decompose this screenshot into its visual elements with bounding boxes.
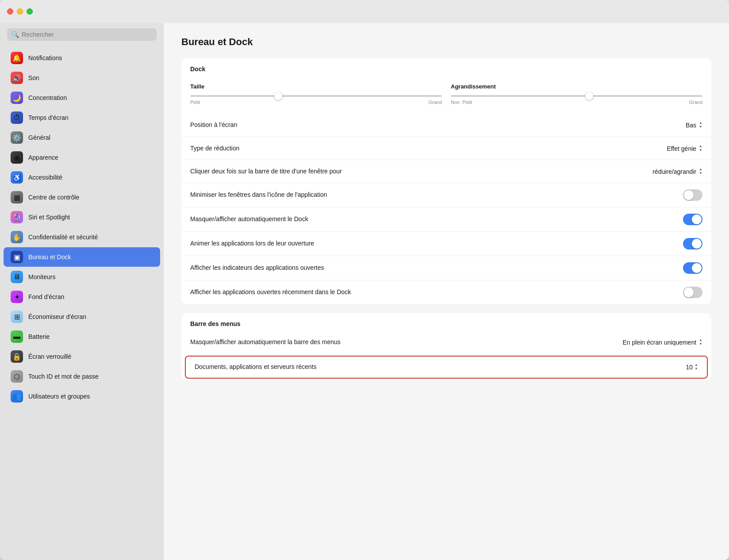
setting-label-masquer-barre: Masquer/afficher automatiquement la barr… — [190, 338, 623, 347]
setting-label-documents-recents: Documents, applications et serveurs réce… — [195, 363, 686, 372]
setting-row-animer-apps: Animer les applications lors de leur ouv… — [181, 231, 711, 256]
dropdown-masquer-barre[interactable]: En plein écran uniquement▲▼ — [623, 338, 702, 346]
temps-ecran-icon: ⏱ — [11, 111, 23, 124]
taille-thumb[interactable] — [274, 92, 282, 100]
son-icon: 🔊 — [11, 72, 23, 84]
touch-id-icon: ⬡ — [11, 370, 23, 383]
agrandissement-track[interactable] — [451, 95, 702, 97]
agrandissement-slider-labels: Non Petit Grand — [451, 100, 702, 105]
search-box[interactable]: 🔍 — [7, 28, 157, 41]
sidebar-item-label-notifications: Notifications — [28, 54, 62, 61]
sidebar-item-utilisateurs[interactable]: 👥Utilisateurs et groupes — [4, 387, 160, 406]
setting-label-minimiser-icone: Minimiser les fenêtres dans l'icône de l… — [190, 191, 683, 199]
sidebar-item-apparence[interactable]: ◉Apparence — [4, 148, 160, 167]
batterie-icon: ▬ — [11, 330, 23, 343]
toggle-knob-masquer-dock — [692, 215, 702, 224]
sidebar-item-bureau-dock[interactable]: ▣Bureau et Dock — [4, 247, 160, 267]
taille-group: Taille Petit Grand — [190, 83, 442, 105]
toggle-minimiser-icone[interactable] — [683, 189, 702, 201]
stepper-down-documents-recents[interactable]: ▼ — [694, 367, 698, 371]
sidebar-item-ecran-verrou[interactable]: 🔒Écran verrouillé — [4, 347, 160, 366]
sidebar-item-temps-ecran[interactable]: ⏱Temps d'écran — [4, 108, 160, 127]
toggle-knob-afficher-recents — [684, 288, 694, 297]
taille-min-label: Petit — [190, 100, 200, 105]
sidebar-item-moniteurs[interactable]: 🖥Moniteurs — [4, 267, 160, 287]
window: 🔍 🔔Notifications🔊Son🌙Concentration⏱Temps… — [0, 0, 729, 560]
dropdown-position[interactable]: Bas▲▼ — [686, 121, 702, 129]
sidebar-item-label-economiseur: Économiseur d'écran — [28, 313, 86, 320]
setting-row-type-reduction: Type de réductionEffet génie▲▼ — [181, 137, 711, 160]
toggle-afficher-indicateurs[interactable] — [683, 262, 702, 274]
setting-label-masquer-dock: Masquer/afficher automatiquement le Dock — [190, 215, 683, 224]
sidebar-item-label-apparence: Apparence — [28, 154, 58, 161]
setting-row-documents-recents: Documents, applications et serveurs réce… — [185, 356, 708, 379]
taille-track[interactable] — [190, 95, 442, 97]
search-icon: 🔍 — [12, 31, 19, 38]
sidebar-item-label-fond-ecran: Fond d'écran — [28, 293, 64, 300]
minimize-button[interactable] — [17, 8, 23, 15]
bureau-dock-icon: ▣ — [11, 251, 23, 263]
content-panel: Bureau et Dock Dock Taille Petit Grand — [164, 23, 729, 560]
toggle-afficher-recents[interactable] — [683, 287, 702, 298]
sidebar-item-accessibilite[interactable]: ♿Accessibilité — [4, 168, 160, 187]
sidebar-item-siri[interactable]: 🔮Siri et Spotlight — [4, 207, 160, 227]
sidebar: 🔍 🔔Notifications🔊Son🌙Concentration⏱Temps… — [0, 23, 164, 560]
moniteurs-icon: 🖥 — [11, 271, 23, 283]
stepper-down-masquer-barre[interactable]: ▼ — [699, 342, 702, 346]
sidebar-item-notifications[interactable]: 🔔Notifications — [4, 48, 160, 68]
sidebar-item-label-siri: Siri et Spotlight — [28, 214, 70, 221]
dock-section: Dock Taille Petit Grand — [181, 58, 711, 304]
stepper-down-cliquer-deux-fois[interactable]: ▼ — [699, 172, 702, 176]
close-button[interactable] — [7, 8, 13, 15]
sidebar-item-label-bureau-dock: Bureau et Dock — [28, 253, 71, 261]
utilisateurs-icon: 👥 — [11, 390, 23, 403]
setting-label-cliquer-deux-fois: Cliquer deux fois sur la barre de titre … — [190, 167, 652, 176]
confidentialite-icon: ✋ — [11, 231, 23, 243]
notifications-icon: 🔔 — [11, 52, 23, 64]
stepper-arrows-cliquer-deux-fois[interactable]: ▲▼ — [699, 168, 702, 176]
sidebar-item-label-batterie: Batterie — [28, 333, 50, 340]
sidebar-item-label-confidentialite: Confidentialité et sécurité — [28, 234, 98, 241]
setting-row-afficher-indicateurs: Afficher les indicateurs des application… — [181, 256, 711, 280]
setting-label-afficher-indicateurs: Afficher les indicateurs des application… — [190, 264, 683, 272]
setting-row-minimiser-icone: Minimiser les fenêtres dans l'icône de l… — [181, 183, 711, 207]
sidebar-item-touch-id[interactable]: ⬡Touch ID et mot de passe — [4, 367, 160, 386]
stepper-arrows-masquer-barre[interactable]: ▲▼ — [699, 338, 702, 346]
setting-row-masquer-dock: Masquer/afficher automatiquement le Dock — [181, 207, 711, 231]
agrandissement-min-left: Non Petit — [451, 100, 472, 105]
fond-ecran-icon: ✦ — [11, 291, 23, 303]
sidebar-item-label-temps-ecran: Temps d'écran — [28, 114, 69, 121]
number-stepper-documents-recents[interactable]: 10▲▼ — [686, 363, 698, 371]
sidebar-item-economiseur[interactable]: ⊞Économiseur d'écran — [4, 307, 160, 326]
stepper-arrows-type-reduction[interactable]: ▲▼ — [699, 145, 702, 153]
agrandissement-thumb[interactable] — [585, 92, 593, 100]
sidebar-item-concentration[interactable]: 🌙Concentration — [4, 88, 160, 107]
dropdown-value-cliquer-deux-fois: réduire/agrandir — [652, 168, 696, 175]
agrandissement-max-label: Grand — [689, 100, 702, 105]
agrandissement-group: Agrandissement Non Petit Grand — [451, 83, 702, 105]
toggle-knob-afficher-indicateurs — [692, 263, 702, 273]
sidebar-item-general[interactable]: ⚙️Général — [4, 128, 160, 147]
sidebar-item-batterie[interactable]: ▬Batterie — [4, 327, 160, 346]
stepper-down-position[interactable]: ▼ — [699, 125, 702, 129]
main-content: 🔍 🔔Notifications🔊Son🌙Concentration⏱Temps… — [0, 23, 729, 560]
stepper-arrows-documents-recents[interactable]: ▲▼ — [694, 363, 698, 371]
setting-row-cliquer-deux-fois: Cliquer deux fois sur la barre de titre … — [181, 160, 711, 183]
dropdown-cliquer-deux-fois[interactable]: réduire/agrandir▲▼ — [652, 168, 702, 176]
toggle-animer-apps[interactable] — [683, 238, 702, 249]
sidebar-item-son[interactable]: 🔊Son — [4, 68, 160, 88]
sidebar-item-centre-controle[interactable]: ▦Centre de contrôle — [4, 188, 160, 207]
setting-label-type-reduction: Type de réduction — [190, 144, 667, 153]
maximize-button[interactable] — [27, 8, 33, 15]
setting-label-position: Position à l'écran — [190, 121, 686, 130]
dock-rows: Position à l'écranBas▲▼Type de réduction… — [181, 114, 711, 304]
number-value-documents-recents: 10 — [686, 364, 693, 371]
stepper-down-type-reduction[interactable]: ▼ — [699, 149, 702, 153]
sidebar-item-fond-ecran[interactable]: ✦Fond d'écran — [4, 287, 160, 307]
stepper-arrows-position[interactable]: ▲▼ — [699, 121, 702, 129]
search-input[interactable] — [22, 31, 152, 38]
traffic-lights — [7, 8, 33, 15]
sidebar-item-confidentialite[interactable]: ✋Confidentialité et sécurité — [4, 227, 160, 247]
dropdown-type-reduction[interactable]: Effet génie▲▼ — [667, 145, 702, 153]
toggle-masquer-dock[interactable] — [683, 214, 702, 225]
